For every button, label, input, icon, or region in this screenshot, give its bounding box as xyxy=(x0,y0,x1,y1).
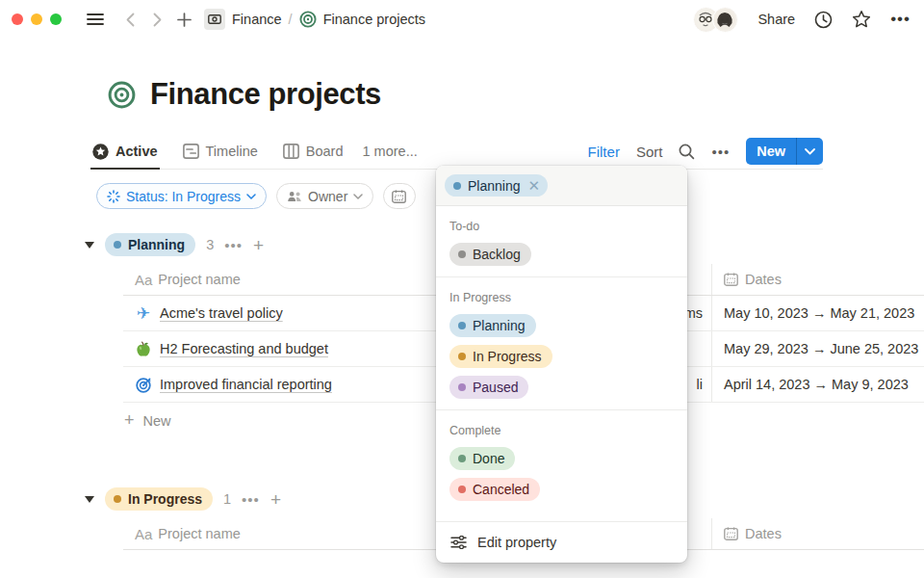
menu-group-label: To-do xyxy=(449,220,674,233)
menu-option-paused[interactable]: Paused xyxy=(449,376,674,399)
group-options-icon[interactable]: ••• xyxy=(242,491,260,508)
menu-option-backlog[interactable]: Backlog xyxy=(449,243,674,266)
view-options-icon[interactable]: ••• xyxy=(711,144,730,160)
edit-property-button[interactable]: Edit property xyxy=(436,521,687,563)
tab-timeline[interactable]: Timeline xyxy=(183,134,258,169)
tab-board[interactable]: Board xyxy=(283,134,344,169)
group-count: 1 xyxy=(223,491,231,507)
column-header-dates[interactable]: Dates xyxy=(712,526,924,541)
people-icon xyxy=(287,191,302,202)
group-tag-planning[interactable]: Planning xyxy=(105,233,195,256)
group-header-planning: Planning 3 ••• + xyxy=(85,232,264,257)
owner-filter-chip[interactable]: Owner xyxy=(276,183,373,209)
menu-group-todo: To-do Backlog xyxy=(436,206,687,276)
new-button-chevron-down-icon[interactable] xyxy=(796,138,823,165)
new-page-plus-icon[interactable] xyxy=(171,7,196,32)
edit-property-label: Edit property xyxy=(477,535,556,550)
breadcrumb-item-finance[interactable]: Finance xyxy=(232,12,282,27)
page-header: Finance projects xyxy=(108,77,381,112)
status-filter-chip[interactable]: Status: In Progress xyxy=(96,183,267,209)
airplane-icon: ✈ xyxy=(135,303,152,324)
status-filter-label: Status: In Progress xyxy=(126,189,241,204)
menu-option-done[interactable]: Done xyxy=(449,447,674,470)
text-property-icon: Aa xyxy=(135,272,152,288)
updates-clock-icon[interactable] xyxy=(814,11,833,29)
sliders-icon xyxy=(450,536,467,549)
minimize-window-button[interactable] xyxy=(31,13,42,25)
menu-option-planning[interactable]: Planning xyxy=(449,314,674,337)
dates-filter-chip[interactable] xyxy=(383,183,416,209)
window-titlebar: Finance / Finance projects Share xyxy=(0,0,924,39)
menu-option-in-progress[interactable]: In Progress xyxy=(449,345,674,368)
plus-icon: + xyxy=(124,410,135,431)
close-window-button[interactable] xyxy=(12,13,23,25)
project-link[interactable]: H2 Forecasting and budget xyxy=(160,341,328,356)
chevron-down-icon xyxy=(353,194,363,199)
group-header-in-progress: In Progress 1 ••• + xyxy=(85,486,281,512)
calendar-icon xyxy=(724,527,738,540)
text-property-icon: Aa xyxy=(135,526,152,542)
tab-more-views[interactable]: 1 more... xyxy=(363,144,418,159)
tab-label: Board xyxy=(306,144,344,159)
view-tabs: Active Timeline Board 1 more... xyxy=(92,134,418,169)
new-button[interactable]: New xyxy=(746,138,823,165)
nav-back-icon[interactable] xyxy=(117,7,142,32)
new-button-label[interactable]: New xyxy=(746,138,796,165)
column-header-project-name[interactable]: Aa Project name xyxy=(123,526,438,542)
star-circle-icon xyxy=(92,144,109,160)
target-icon xyxy=(299,11,317,28)
menu-group-complete: Complete Done Canceled xyxy=(436,409,687,512)
dates-cell[interactable]: May 10, 2023 → May 21, 2023 xyxy=(712,305,924,321)
remove-tag-icon[interactable]: ✕ xyxy=(528,177,541,195)
nav-forward-icon[interactable] xyxy=(144,7,169,32)
board-view-icon xyxy=(283,144,299,159)
breadcrumb-separator: / xyxy=(289,12,293,27)
column-header-dates[interactable]: Dates xyxy=(712,272,924,287)
group-tag-in-progress[interactable]: In Progress xyxy=(105,487,213,511)
chevron-down-icon xyxy=(246,194,256,199)
dates-cell[interactable]: May 29, 2023 → June 25, 2023 xyxy=(712,341,924,356)
menu-option-canceled[interactable]: Canceled xyxy=(449,478,674,501)
status-filter-menu: Planning ✕ To-do Backlog In Progress Pla… xyxy=(436,166,687,563)
burst-icon xyxy=(107,190,120,203)
collapse-triangle-icon[interactable] xyxy=(85,496,94,503)
menu-group-label: Complete xyxy=(449,424,674,437)
calendar-icon xyxy=(392,190,406,203)
sort-button[interactable]: Sort xyxy=(636,144,663,160)
selected-values-input[interactable]: Planning ✕ xyxy=(436,166,687,206)
project-link[interactable]: Improved financial reporting xyxy=(160,377,332,392)
group-add-icon[interactable]: + xyxy=(253,236,264,254)
window-controls xyxy=(12,13,62,25)
more-options-icon[interactable]: ••• xyxy=(890,10,911,29)
sidebar-toggle-icon[interactable] xyxy=(83,7,108,32)
search-icon[interactable] xyxy=(679,144,695,160)
view-toolbar: Active Timeline Board 1 more... Filter S… xyxy=(92,134,823,170)
share-button[interactable]: Share xyxy=(757,12,795,27)
breadcrumb-item-finance-projects[interactable]: Finance projects xyxy=(323,12,425,27)
banknote-icon xyxy=(204,9,225,30)
tab-active[interactable]: Active xyxy=(92,134,158,169)
group-count: 3 xyxy=(206,237,214,252)
avatar[interactable] xyxy=(712,7,738,33)
group-options-icon[interactable]: ••• xyxy=(224,237,243,253)
blue-target-icon xyxy=(135,377,152,393)
dates-cell[interactable]: April 14, 2023 → May 9, 2023 xyxy=(712,377,924,392)
group-add-icon[interactable]: + xyxy=(270,490,281,509)
page-target-icon[interactable] xyxy=(108,81,136,109)
tab-label: Timeline xyxy=(206,144,258,159)
filter-chip-bar: Status: In Progress Owner xyxy=(96,183,416,209)
menu-group-label: In Progress xyxy=(449,291,674,304)
column-header-project-name[interactable]: Aa Project name xyxy=(123,272,438,288)
favorite-star-icon[interactable] xyxy=(852,10,871,29)
zoom-window-button[interactable] xyxy=(50,13,62,25)
owner-filter-label: Owner xyxy=(308,189,347,204)
filter-button[interactable]: Filter xyxy=(588,144,620,160)
breadcrumb: Finance / Finance projects xyxy=(204,9,425,30)
collaborator-avatars xyxy=(693,7,738,33)
menu-group-in-progress: In Progress Planning In Progress Paused xyxy=(436,276,687,409)
green-apple-icon xyxy=(135,341,152,357)
selected-tag-planning: Planning ✕ xyxy=(445,174,548,197)
project-link[interactable]: Acme's travel policy xyxy=(160,305,283,321)
collapse-triangle-icon[interactable] xyxy=(85,242,94,249)
page-title: Finance projects xyxy=(150,77,381,112)
